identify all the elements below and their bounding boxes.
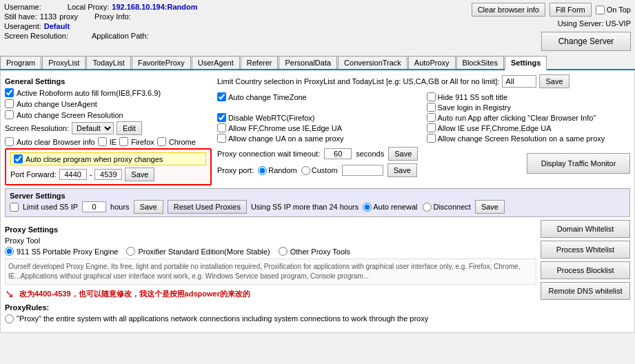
proxy-timeout-save-button[interactable]: Save bbox=[388, 147, 418, 161]
random-radio[interactable] bbox=[258, 166, 267, 175]
cb-allow-change-ua-same-label: Allow change UA on a same proxy bbox=[228, 134, 344, 143]
limit-save-button[interactable]: Save bbox=[134, 200, 163, 214]
random-radio-label[interactable]: Random bbox=[258, 166, 297, 175]
limit-s5-label: Limit used S5 IP bbox=[23, 203, 78, 211]
cb-ie-label: IE bbox=[110, 138, 117, 146]
radio-other[interactable] bbox=[279, 247, 288, 256]
cb-allow-change-screen-same-label: Allow change Screen Resolution on a same… bbox=[438, 134, 605, 143]
cb-allow-change-screen-same[interactable] bbox=[427, 134, 436, 143]
cb-disable-webrtc-row: Disable WebRTC(Firefox) bbox=[217, 113, 421, 122]
port-save-button[interactable]: Save bbox=[125, 168, 154, 181]
on-top-checkbox[interactable] bbox=[596, 6, 605, 14]
edit-button[interactable]: Edit bbox=[117, 121, 142, 135]
process-whitelist-button[interactable]: Process Whitelist bbox=[541, 241, 630, 259]
reset-proxies-button[interactable]: Reset Used Proxies bbox=[168, 200, 247, 214]
process-blocklist-button[interactable]: Process Blocklist bbox=[541, 261, 630, 279]
cb-chrome-label: Chrome bbox=[169, 138, 196, 146]
cb-auto-close[interactable] bbox=[14, 154, 23, 163]
tab-blocksites[interactable]: BlockSites bbox=[456, 56, 504, 69]
useragent-label: Useragent: bbox=[4, 22, 41, 30]
proxy-rule1-radio[interactable] bbox=[5, 314, 14, 323]
cb-change-ua[interactable] bbox=[5, 99, 14, 108]
cb-ie[interactable] bbox=[98, 137, 107, 146]
radio3-label[interactable]: Other Proxy Tools bbox=[279, 247, 350, 256]
clear-browser-button[interactable]: Clear browser info bbox=[472, 3, 545, 17]
radio-proxifier[interactable] bbox=[126, 247, 135, 256]
main-content: General Settings Active Roboform auto fi… bbox=[0, 70, 635, 333]
tab-proxylist[interactable]: ProxyList bbox=[42, 56, 85, 69]
useragent-value: Default bbox=[44, 22, 70, 30]
tab-personaldata[interactable]: PersonalData bbox=[279, 56, 337, 69]
proxy-tool-label: Proxy Tool bbox=[5, 236, 536, 245]
port-forward-label: Port Forward: bbox=[10, 170, 57, 179]
cb-disable-webrtc[interactable] bbox=[217, 113, 226, 122]
tab-useragent[interactable]: UserAgent bbox=[192, 56, 240, 69]
disconnect-label[interactable]: Disconnect bbox=[423, 203, 470, 212]
proxy-rules-section: ProxyRules: "Proxy" the entire system wi… bbox=[5, 303, 536, 323]
top-right-row1: Clear browser info Fill Form On Top bbox=[472, 3, 631, 17]
cb-allow-ff[interactable] bbox=[217, 123, 226, 132]
port-dash: - bbox=[90, 170, 92, 179]
right-checkboxes: Auto change TimeZone Hide 911 S5 soft ti… bbox=[217, 92, 630, 143]
custom-radio[interactable] bbox=[301, 166, 310, 175]
proxy-settings-title: Proxy Settings bbox=[5, 225, 536, 234]
cb-change-screen[interactable] bbox=[5, 110, 14, 119]
tab-autoproxy[interactable]: AutoProxy bbox=[408, 56, 456, 69]
limit-s5-cb[interactable] bbox=[10, 203, 19, 212]
fill-form-button[interactable]: Fill Form bbox=[550, 3, 592, 17]
proxy-port-label: Proxy port: bbox=[217, 166, 254, 174]
country-save-button[interactable]: Save bbox=[539, 74, 569, 88]
cb-allow-change-ua-same[interactable] bbox=[217, 134, 226, 143]
cb-chrome[interactable] bbox=[157, 137, 166, 146]
proxy-timeout-input[interactable] bbox=[324, 148, 352, 159]
username-label: Username: bbox=[4, 3, 41, 11]
auto-renewal-radio[interactable] bbox=[363, 203, 372, 212]
cb-roboform[interactable] bbox=[5, 88, 14, 97]
local-proxy-label: Local Proxy: bbox=[68, 3, 110, 11]
radio-portable[interactable] bbox=[5, 247, 14, 256]
cb-hide-title-row: Hide 911 S5 soft title bbox=[427, 92, 631, 101]
screen-res-select[interactable]: Default bbox=[72, 122, 114, 134]
cb-change-ua-label: Auto change UserAgent bbox=[17, 100, 97, 108]
renewal-save-button[interactable]: Save bbox=[475, 200, 505, 214]
proxy-port-row: Proxy port: Random Custom Save bbox=[217, 163, 521, 177]
change-server-button[interactable]: Change Server bbox=[541, 32, 631, 51]
cb-hide-title[interactable] bbox=[427, 92, 436, 101]
tab-settings[interactable]: Settings bbox=[505, 56, 547, 70]
auto-renewal-label[interactable]: Auto renewal bbox=[363, 203, 417, 212]
port-forward-to[interactable] bbox=[94, 169, 122, 180]
radio2-label[interactable]: Proxifier Standard Edition(More Stable) bbox=[126, 247, 270, 256]
cb-allow-ff-label: Allow FF,Chrome use IE,Edge UA bbox=[228, 124, 342, 132]
cb-allow-ie[interactable] bbox=[427, 123, 436, 132]
proxy-count: 1133 bbox=[40, 12, 57, 21]
tab-referer[interactable]: Referer bbox=[241, 56, 279, 69]
port-forward-from[interactable] bbox=[59, 169, 87, 180]
disconnect-radio[interactable] bbox=[423, 203, 432, 212]
tab-favoriteproxy[interactable]: FavoriteProxy bbox=[132, 56, 191, 69]
cb-save-login-label: Save login in Registry bbox=[438, 103, 511, 112]
cb-auto-run[interactable] bbox=[427, 113, 436, 122]
tab-program[interactable]: Program bbox=[0, 56, 41, 69]
cb-save-login[interactable] bbox=[427, 103, 436, 112]
using-server-label: Using Server: US-VIP bbox=[558, 19, 631, 28]
remote-dns-button[interactable]: Remote DNS whitelist bbox=[541, 282, 630, 300]
cb-timezone[interactable] bbox=[217, 92, 226, 101]
cb-change-screen-row: Auto change Screen Resolution bbox=[5, 110, 212, 119]
cb-firefox[interactable] bbox=[119, 137, 128, 146]
custom-port-input[interactable] bbox=[342, 165, 383, 176]
display-traffic-monitor-button[interactable]: Display Traffic Monitor bbox=[527, 153, 630, 174]
on-top-label[interactable]: On Top bbox=[596, 6, 631, 14]
top-bar: Username: Local Proxy: 192.168.10.194:Ra… bbox=[0, 0, 635, 54]
tab-conversiontrack[interactable]: ConversionTrack bbox=[338, 56, 407, 69]
cb-clear-browser[interactable] bbox=[5, 137, 14, 146]
radio1-label[interactable]: 911 S5 Portable Proxy Engine bbox=[5, 247, 118, 256]
cb-save-login-row: Save login in Registry bbox=[427, 103, 631, 112]
proxy-conn-row: Proxy connection wait timeout: seconds S… bbox=[217, 147, 521, 161]
tab-todaylist[interactable]: TodayList bbox=[86, 56, 130, 69]
domain-whitelist-button[interactable]: Domain Whitelist bbox=[541, 220, 630, 238]
top-right-controls: Clear browser info Fill Form On Top Usin… bbox=[472, 3, 631, 51]
custom-radio-label[interactable]: Custom bbox=[301, 166, 338, 175]
proxy-port-save-button[interactable]: Save bbox=[387, 163, 417, 177]
limit-s5-input[interactable] bbox=[82, 201, 106, 212]
country-limit-input[interactable] bbox=[502, 75, 536, 88]
